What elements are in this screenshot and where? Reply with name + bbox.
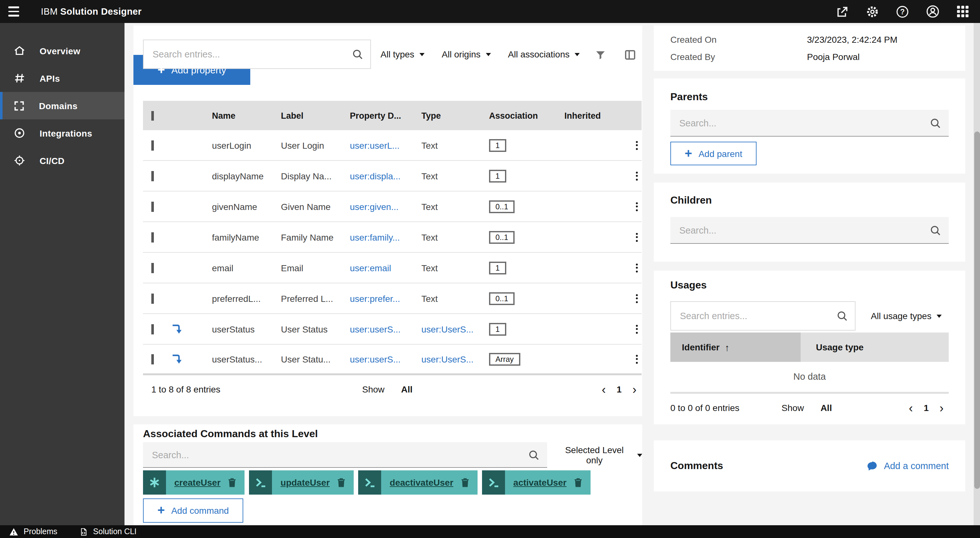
row-checkbox[interactable] <box>151 232 154 242</box>
settings-gear-icon[interactable] <box>858 0 888 23</box>
filter-all-associations[interactable]: All associations <box>508 49 580 59</box>
row-ref-cell <box>171 323 212 335</box>
statusbar-item-problems[interactable]: Problems <box>9 527 57 536</box>
row-checkbox[interactable] <box>151 354 154 364</box>
prev-page-icon[interactable]: ‹ <box>602 383 606 395</box>
sidebar-item-ci-cd[interactable]: CI/CD <box>0 147 124 174</box>
cell-name: userLogin <box>212 140 281 150</box>
cell-property-definition: user:email <box>350 263 422 273</box>
usages-column-usage-type[interactable]: Usage type <box>800 333 949 362</box>
next-page-icon[interactable]: › <box>632 383 636 395</box>
scrollbar-thumb[interactable] <box>974 132 980 489</box>
add-command-button[interactable]: + Add command <box>143 498 243 523</box>
property-definition-link[interactable]: user:given... <box>350 202 399 211</box>
delete-command-icon[interactable] <box>227 470 245 495</box>
table-row: userStatusUser Statususer:userS...user:U… <box>143 314 642 344</box>
row-overflow-menu-icon[interactable] <box>636 294 638 303</box>
delete-command-icon[interactable] <box>336 470 354 495</box>
properties-table: NameLabelProperty D...TypeAssociationInh… <box>143 101 642 375</box>
row-overflow-menu-icon[interactable] <box>636 141 638 150</box>
row-checkbox[interactable] <box>151 324 154 334</box>
cell-association: 0..1 <box>489 231 565 243</box>
delete-command-icon[interactable] <box>573 470 591 495</box>
usages-empty-state: No data <box>654 371 965 382</box>
command-link[interactable]: deactivateUser <box>382 470 460 495</box>
column-header-property-d-[interactable]: Property D... <box>350 111 422 120</box>
delete-command-icon[interactable] <box>460 470 477 495</box>
row-overflow-menu-icon[interactable] <box>636 325 638 333</box>
level-filter-dropdown[interactable]: Selected Level only <box>557 442 642 468</box>
sidebar-item-apis[interactable]: APIs <box>0 65 124 92</box>
prev-page-icon[interactable]: ‹ <box>909 402 913 414</box>
command-link[interactable]: activateUser <box>505 470 573 495</box>
property-definition-link[interactable]: user:email <box>350 263 391 273</box>
command-chip-deactivateuser[interactable]: deactivateUser <box>358 470 477 495</box>
usages-column-identifier[interactable]: Identifier↑ <box>670 333 800 362</box>
type-link[interactable]: user:UserS... <box>422 354 473 364</box>
property-definition-link[interactable]: user:userL... <box>350 140 400 150</box>
association-badge: 0..1 <box>489 292 515 305</box>
filter-all-types[interactable]: All types <box>380 49 425 59</box>
row-checkbox[interactable] <box>151 202 154 211</box>
show-all-selector[interactable]: All <box>820 403 832 413</box>
user-account-icon[interactable] <box>918 0 947 23</box>
usage-type-dropdown[interactable]: All usage types <box>871 301 942 330</box>
property-definition-link[interactable]: user:userS... <box>350 324 401 334</box>
show-all-selector[interactable]: All <box>401 384 413 394</box>
table-row: familyNameFamily Nameuser:family...Text0… <box>143 222 642 253</box>
row-checkbox[interactable] <box>151 293 154 303</box>
column-header-type[interactable]: Type <box>422 111 489 120</box>
properties-search-input[interactable] <box>143 40 371 69</box>
command-link[interactable]: updateUser <box>272 470 336 495</box>
usages-search-input[interactable] <box>670 301 856 330</box>
row-overflow-menu-icon[interactable] <box>636 171 638 180</box>
property-definition-link[interactable]: user:displa... <box>350 171 401 181</box>
column-header-label[interactable]: Label <box>281 111 350 120</box>
row-overflow-menu-icon[interactable] <box>636 202 638 211</box>
parents-search-input[interactable] <box>670 110 949 136</box>
command-chip-updateuser[interactable]: updateUser <box>249 470 354 495</box>
filter-all-origins[interactable]: All origins <box>442 49 491 59</box>
row-overflow-menu-icon[interactable] <box>636 233 638 241</box>
filter-funnel-icon[interactable] <box>594 49 607 61</box>
plus-icon: + <box>158 503 165 516</box>
type-link[interactable]: user:UserS... <box>422 324 473 334</box>
column-header-inherited[interactable]: Inherited <box>565 111 626 120</box>
association-badge: 1 <box>489 139 506 152</box>
sidebar-item-integrations[interactable]: Integrations <box>0 119 124 147</box>
share-icon[interactable] <box>827 0 858 23</box>
column-view-icon[interactable] <box>624 49 636 61</box>
next-page-icon[interactable]: › <box>939 402 943 414</box>
command-chip-createuser[interactable]: createUser <box>143 470 245 495</box>
sidebar-item-overview[interactable]: Overview <box>0 37 124 65</box>
column-header-name[interactable]: Name <box>212 111 281 120</box>
children-search-input[interactable] <box>670 217 949 244</box>
row-checkbox[interactable] <box>151 140 154 150</box>
command-chip-activateuser[interactable]: activateUser <box>482 470 591 495</box>
hamburger-menu-icon[interactable] <box>0 0 25 23</box>
property-definition-link[interactable]: user:userS... <box>350 354 401 364</box>
commands-search-input[interactable] <box>143 442 547 468</box>
row-checkbox[interactable] <box>151 171 154 181</box>
property-definition-link[interactable]: user:prefer... <box>350 293 400 303</box>
cell-association: 1 <box>489 322 565 335</box>
chevron-down-icon <box>485 52 491 56</box>
app-switcher-icon[interactable] <box>947 0 977 23</box>
command-link[interactable]: createUser <box>166 470 227 495</box>
statusbar-item-solution-cli[interactable]: Solution CLI <box>79 527 137 536</box>
row-overflow-menu-icon[interactable] <box>636 354 638 363</box>
row-overflow-menu-icon[interactable] <box>636 263 638 272</box>
cell-property-definition: user:prefer... <box>350 293 422 303</box>
column-header-association[interactable]: Association <box>489 111 565 120</box>
add-comment-button[interactable]: Add a comment <box>867 460 949 471</box>
help-icon[interactable]: ? <box>888 0 918 23</box>
cell-type: Text <box>422 232 489 242</box>
cell-type: Text <box>422 293 489 303</box>
select-all-checkbox[interactable] <box>151 111 154 120</box>
row-checkbox[interactable] <box>151 263 154 273</box>
sidebar-item-domains[interactable]: Domains <box>0 92 124 119</box>
add-parent-button[interactable]: + Add parent <box>670 142 757 165</box>
property-definition-link[interactable]: user:family... <box>350 232 400 242</box>
cell-type: Text <box>422 140 489 150</box>
properties-card: All types All origins All associations +… <box>134 25 642 416</box>
